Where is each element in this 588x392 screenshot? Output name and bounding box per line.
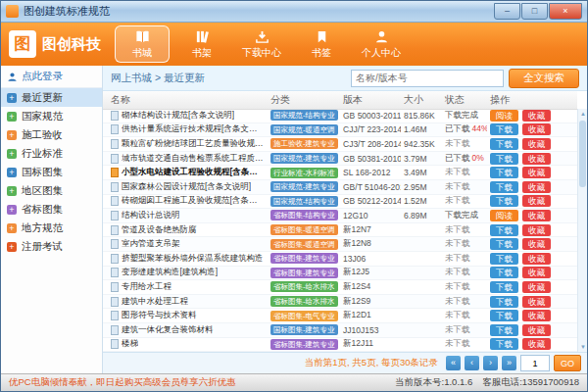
sidebar-item[interactable]: +行业标准 [1,144,102,163]
download-button[interactable]: 下载 [490,167,518,178]
download-button[interactable]: 下载 [490,253,518,265]
scroll-up-icon[interactable]: ▲ [578,109,588,119]
table-row[interactable]: 图形符号与技术资料省标图集-电气专业新12D1未下载下载收藏 [103,309,577,323]
fav-button[interactable]: 收藏 [522,110,551,122]
doc-name[interactable]: 颗粒富矿粉烧结球团工艺质量验收规范[含条文说明] [122,138,265,150]
fav-button[interactable]: 收藏 [522,310,551,321]
download-button[interactable]: 下载 [490,181,518,193]
table-row[interactable]: 挤塑型聚苯板外墙外保温系统建筑构造省标图集-建筑专业13J06未下载下载收藏 [103,252,577,267]
doc-name[interactable]: 建筑一体化复合装饰材料 [122,324,214,336]
doc-name[interactable]: 砖砌烟囱工程施工及验收规范[含条文说明] [122,195,265,207]
fav-button[interactable]: 收藏 [522,123,551,135]
doc-name[interactable]: 室内管道支吊架 [122,238,180,250]
table-row[interactable]: 城市轨道交通自动售检票系统工程质量验收规范[含条文说明]国家规范-建筑专业GB … [103,152,577,167]
fav-button[interactable]: 收藏 [522,281,551,293]
first-page-button[interactable]: « [446,356,461,370]
download-button[interactable]: 下载 [490,195,518,207]
doc-name[interactable]: 结构设计总说明 [122,210,180,221]
vertical-scrollbar[interactable]: ▲ ▼ [577,109,587,352]
doc-name[interactable]: 供热计量系统运行技术规程[含条文说明] [122,123,265,135]
minimize-button[interactable]: – [494,3,520,20]
table-row[interactable]: 专用给水工程省标图集-给水排水新12S4未下载下载收藏 [103,280,577,295]
doc-name[interactable]: 建筑中水处理工程 [122,296,188,308]
fav-button[interactable]: 收藏 [522,195,551,207]
fav-button[interactable]: 收藏 [522,167,551,178]
doc-name[interactable]: 小型水电站建设工程验收规程[含条文说明] [122,167,265,178]
fav-button[interactable]: 收藏 [522,238,551,250]
table-row[interactable]: 楼梯省标图集-建筑专业新12J11未下载下载收藏 [103,338,577,353]
tab-book[interactable]: 书城 [115,25,170,63]
tab-shelf[interactable]: 书架 [174,24,229,64]
table-row[interactable]: 管道及设备绝热防腐省标图集-暖通空调新12N7未下载下载收藏 [103,223,577,238]
search-input[interactable] [351,70,504,87]
download-button[interactable]: 下载 [490,153,518,165]
table-row[interactable]: 室内管道支吊架省标图集-暖通空调新12N8未下载下载收藏 [103,237,577,252]
download-button[interactable]: 下载 [490,138,518,150]
download-button[interactable]: 下载 [490,238,518,250]
doc-name[interactable]: 变形缝建筑构造[建筑构造] [122,267,218,278]
sidebar-item[interactable]: +施工验收 [1,125,102,144]
doc-name[interactable]: 国家森林公园设计规范[含条文说明] [122,181,251,193]
folder-icon[interactable]: + [7,130,17,140]
sidebar-item[interactable]: +地区图集 [1,181,102,200]
folder-icon[interactable]: + [7,112,17,122]
folder-icon[interactable]: + [7,149,17,159]
go-page-button[interactable]: GO [554,355,581,371]
download-button[interactable]: 下载 [490,338,518,350]
fav-button[interactable]: 收藏 [522,253,551,265]
folder-icon[interactable]: + [7,168,17,177]
download-button[interactable]: 下载 [490,123,518,135]
folder-icon[interactable]: + [7,223,17,233]
scroll-down-icon[interactable]: ▼ [578,342,588,352]
table-row[interactable]: 供热计量系统运行技术规程[含条文说明]国家规范-暖通空调CJJ/T 223-20… [103,123,577,138]
fav-button[interactable]: 收藏 [522,338,551,350]
login-link[interactable]: 点此登录 [1,66,102,88]
search-button[interactable]: 全文搜索 [509,69,579,88]
folder-icon[interactable]: + [7,242,17,252]
scrollbar-thumb[interactable] [579,121,586,187]
tab-bookmark[interactable]: 书签 [294,24,349,64]
download-button[interactable]: 下载 [490,267,518,278]
read-button[interactable]: 阅读 [490,110,518,122]
doc-name[interactable]: 挤塑型聚苯板外墙外保温系统建筑构造 [122,253,264,265]
sidebar-item[interactable]: +省标图集 [1,200,102,219]
breadcrumb[interactable]: 网上书城 > 最近更新 [111,72,205,85]
sidebar-item[interactable]: +国家规范 [1,107,102,125]
table-row[interactable]: 建筑中水处理工程省标图集-给水排水新12S9未下载下载收藏 [103,295,577,310]
folder-icon[interactable]: + [7,205,17,215]
download-button[interactable]: 下载 [490,310,518,321]
folder-icon[interactable]: + [7,186,17,196]
doc-name[interactable]: 城市轨道交通自动售检票系统工程质量验收规范[含条文说明] [122,153,265,165]
fav-button[interactable]: 收藏 [522,324,551,336]
fav-button[interactable]: 收藏 [522,181,551,193]
download-button[interactable]: 下载 [490,324,518,336]
table-row[interactable]: 国家森林公园设计规范[含条文说明]国家规范-建筑专业GB/T 51046-201… [103,180,577,195]
close-button[interactable]: × [549,3,582,20]
download-button[interactable]: 下载 [490,224,518,236]
next-page-button[interactable]: › [483,356,498,370]
doc-name[interactable]: 专用给水工程 [122,281,172,293]
sidebar-item[interactable]: +地方规范 [1,219,102,237]
fav-button[interactable]: 收藏 [522,224,551,236]
maximize-button[interactable]: □ [521,3,548,20]
fav-button[interactable]: 收藏 [522,138,551,150]
fav-button[interactable]: 收藏 [522,267,551,278]
read-button[interactable]: 阅读 [490,210,518,221]
sidebar-item[interactable]: +最近更新 [1,88,102,107]
doc-name[interactable]: 管道及设备绝热防腐 [122,224,197,236]
page-number-input[interactable] [520,355,550,371]
doc-name[interactable]: 楼梯 [122,338,138,350]
doc-name[interactable]: 砌体结构设计规范[含条文说明] [122,110,234,122]
table-row[interactable]: 砖砌烟囱工程施工及验收规范[含条文说明]国家规范-结构专业GB 50212-20… [103,195,577,210]
table-row[interactable]: 颗粒富矿粉烧结球团工艺质量验收规范[含条文说明]施工验收-建筑专业CJ3/T 2… [103,137,577,152]
doc-name[interactable]: 图形符号与技术资料 [122,310,197,321]
download-button[interactable]: 下载 [490,296,518,308]
prev-page-button[interactable]: ‹ [465,356,479,370]
table-row[interactable]: 结构设计总说明省标图集-结构专业12G106.89M下载完成阅读收藏 [103,209,577,223]
table-row[interactable]: 小型水电站建设工程验收规程[含条文说明]行业标准-水利标准SL 168-2012… [103,166,577,180]
tab-download[interactable]: 下载中心 [234,24,289,64]
folder-icon[interactable]: + [7,93,17,103]
fav-button[interactable]: 收藏 [522,153,551,165]
sidebar-item[interactable]: +注册考试 [1,237,102,256]
fav-button[interactable]: 收藏 [522,210,551,221]
